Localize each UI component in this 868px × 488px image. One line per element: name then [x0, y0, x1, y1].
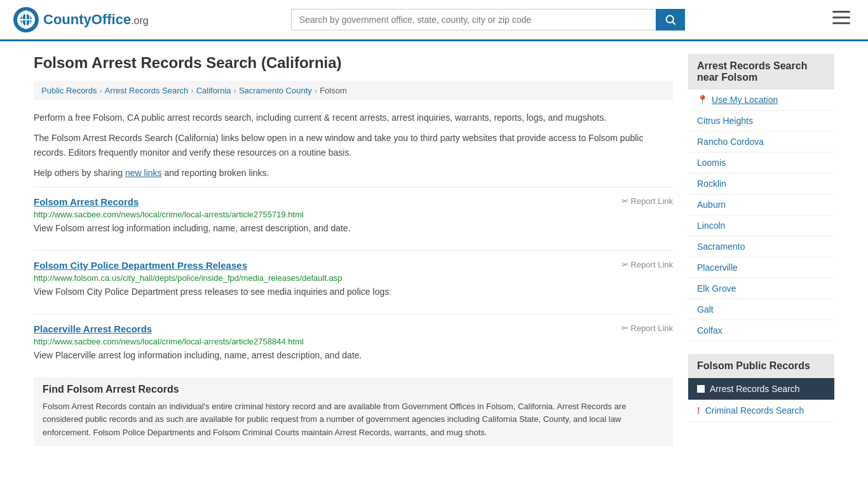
logo-name: CountyOffice: [43, 11, 131, 27]
site-logo-icon: [13, 6, 39, 33]
sacramento-link[interactable]: Sacramento: [697, 241, 745, 252]
sidebar-nearby-header: Arrest Records Search near Folsom: [688, 54, 834, 90]
arrest-records-search-link[interactable]: Arrest Records Search: [710, 384, 800, 394]
page-content: Folsom Arrest Records Search (California…: [21, 41, 847, 468]
lincoln-link[interactable]: Lincoln: [697, 220, 725, 231]
scissors-icon: ✂: [621, 196, 628, 206]
auburn-link[interactable]: Auburn: [697, 200, 726, 210]
sidebar-item-placerville: Placerville: [688, 257, 834, 278]
hamburger-icon: [832, 11, 850, 25]
find-section-title: Find Folsom Arrest Records: [43, 384, 664, 395]
sidebar-item-rancho-cordova: Rancho Cordova: [688, 132, 834, 152]
report-link-1[interactable]: ✂ Report Link: [621, 196, 673, 206]
result-entry-3: Placerville Arrest Records ✂ Report Link…: [34, 314, 673, 362]
sidebar-item-loomis: Loomis: [688, 152, 834, 173]
svg-rect-10: [832, 22, 850, 24]
find-section-desc: Folsom Arrest Records contain an individ…: [43, 400, 664, 440]
galt-link[interactable]: Galt: [697, 304, 714, 315]
result-url-3: http://www.sacbee.com/news/local/crime/l…: [34, 337, 673, 346]
new-links-link[interactable]: new links: [125, 168, 162, 178]
description-1: Perform a free Folsom, CA public arrest …: [34, 111, 673, 125]
active-indicator: [697, 385, 705, 393]
report-link-2[interactable]: ✂ Report Link: [621, 260, 673, 269]
breadcrumb-california[interactable]: California: [196, 86, 231, 95]
sidebar-item-auburn: Auburn: [688, 194, 834, 215]
sidebar-item-citrus-heights: Citrus Heights: [688, 111, 834, 132]
result-url-1: http://www.sacbee.com/news/local/crime/l…: [34, 210, 673, 219]
result-title-placerville[interactable]: Placerville Arrest Records: [34, 323, 152, 334]
sidebar-item-lincoln: Lincoln: [688, 215, 834, 236]
criminal-records-search-link[interactable]: Criminal Records Search: [705, 405, 804, 416]
exclamation-icon: !: [697, 405, 700, 416]
result-desc-2: View Folsom City Police Department press…: [34, 285, 673, 299]
placerville-link[interactable]: Placerville: [697, 262, 738, 273]
result-title-folsom-arrest-records[interactable]: Folsom Arrest Records: [34, 196, 139, 207]
site-header: CountyOffice.org: [0, 0, 868, 41]
breadcrumb-public-records[interactable]: Public Records: [41, 86, 97, 95]
breadcrumb-folsom: Folsom: [320, 86, 347, 95]
description-2: The Folsom Arrest Records Search (Califo…: [34, 131, 673, 159]
result-desc-3: View Placerville arrest log information …: [34, 349, 673, 362]
sidebar: Arrest Records Search near Folsom 📍 Use …: [688, 54, 834, 455]
use-my-location-link[interactable]: Use My Location: [712, 95, 778, 105]
loomis-link[interactable]: Loomis: [697, 158, 726, 168]
sidebar-item-galt: Galt: [688, 299, 834, 320]
sidebar-criminal-records-search: ! Criminal Records Search: [688, 400, 834, 422]
svg-rect-8: [832, 11, 850, 13]
scissors-icon-2: ✂: [621, 260, 628, 269]
sidebar-item-colfax: Colfax: [688, 320, 834, 341]
result-title-folsom-police[interactable]: Folsom City Police Department Press Rele…: [34, 260, 247, 271]
scissors-icon-3: ✂: [621, 323, 628, 333]
sidebar-item-sacramento: Sacramento: [688, 236, 834, 257]
result-url-2: http://www.folsom.ca.us/city_hall/depts/…: [34, 273, 673, 283]
logo-text: CountyOffice.org: [43, 11, 149, 28]
svg-line-7: [672, 22, 675, 24]
result-desc-1: View Folsom arrest log information inclu…: [34, 222, 673, 235]
result-entry: Folsom Arrest Records ✂ Report Link http…: [34, 187, 673, 235]
svg-rect-9: [832, 17, 850, 18]
search-area: [291, 9, 685, 30]
logo-suffix: .org: [131, 15, 149, 26]
breadcrumb-sacramento-county[interactable]: Sacramento County: [239, 86, 312, 95]
logo-area: CountyOffice.org: [13, 6, 149, 33]
sidebar-nearby-box: Arrest Records Search near Folsom 📍 Use …: [688, 54, 834, 341]
location-pin-icon: 📍: [697, 95, 708, 105]
breadcrumb-arrest-records-search[interactable]: Arrest Records Search: [105, 86, 189, 95]
find-section: Find Folsom Arrest Records Folsom Arrest…: [34, 377, 673, 446]
page-title: Folsom Arrest Records Search (California…: [34, 54, 673, 72]
hamburger-menu-button[interactable]: [827, 8, 855, 31]
report-link-3[interactable]: ✂ Report Link: [621, 323, 673, 333]
result-header: Folsom Arrest Records ✂ Report Link: [34, 196, 673, 207]
citrus-heights-link[interactable]: Citrus Heights: [697, 116, 753, 126]
search-icon: [665, 15, 675, 25]
sidebar-arrest-records-search-active[interactable]: Arrest Records Search: [688, 378, 834, 400]
colfax-link[interactable]: Colfax: [697, 325, 722, 336]
sidebar-public-records-header: Folsom Public Records: [688, 354, 834, 378]
description-3: Help others by sharing new links and rep…: [34, 166, 673, 180]
elk-grove-link[interactable]: Elk Grove: [697, 283, 736, 294]
result-header-2: Folsom City Police Department Press Rele…: [34, 260, 673, 271]
result-header-3: Placerville Arrest Records ✂ Report Link: [34, 323, 673, 334]
search-button[interactable]: [656, 9, 685, 30]
sidebar-use-location: 📍 Use My Location: [688, 90, 834, 111]
sidebar-item-rocklin: Rocklin: [688, 173, 834, 194]
result-entry: Folsom City Police Department Press Rele…: [34, 250, 673, 299]
sidebar-item-elk-grove: Elk Grove: [688, 278, 834, 299]
sidebar-public-records-box: Folsom Public Records Arrest Records Sea…: [688, 354, 834, 422]
rocklin-link[interactable]: Rocklin: [697, 179, 726, 189]
rancho-cordova-link[interactable]: Rancho Cordova: [697, 137, 764, 147]
search-input[interactable]: [291, 9, 656, 30]
breadcrumb: Public Records › Arrest Records Search ›…: [34, 81, 673, 100]
main-column: Folsom Arrest Records Search (California…: [34, 54, 673, 455]
